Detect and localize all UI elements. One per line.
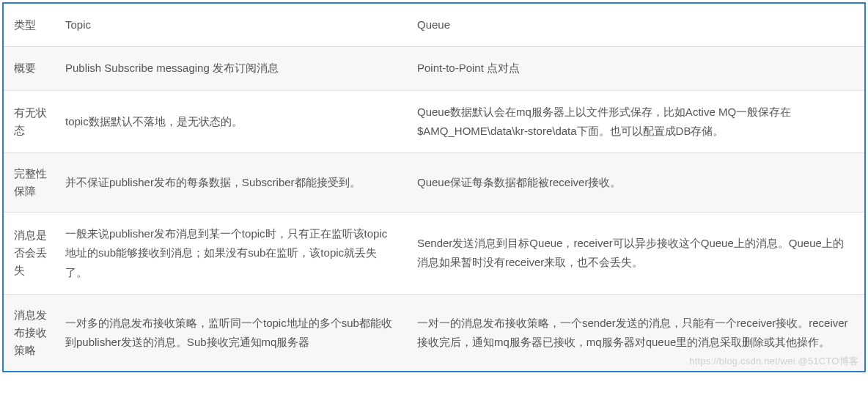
- cell-topic: Publish Subscribe messaging 发布订阅消息: [55, 47, 407, 90]
- cell-queue: Point-to-Point 点对点: [407, 47, 864, 90]
- cell-topic: 一对多的消息发布接收策略，监听同一个topic地址的多个sub都能收到publi…: [55, 294, 407, 371]
- cell-topic: topic数据默认不落地，是无状态的。: [55, 90, 407, 153]
- row-label: 消息是否会丢失: [4, 213, 55, 295]
- cell-topic: 并不保证publisher发布的每条数据，Subscriber都能接受到。: [55, 153, 407, 213]
- table-header-row: 类型 Topic Queue: [4, 4, 864, 47]
- comparison-table: 类型 Topic Queue 概要 Publish Subscribe mess…: [4, 4, 864, 371]
- row-label: 完整性保障: [4, 153, 55, 213]
- header-queue: Queue: [407, 4, 864, 47]
- cell-topic: 一般来说publisher发布消息到某一个topic时，只有正在监听该topic…: [55, 213, 407, 295]
- table-row: 消息是否会丢失 一般来说publisher发布消息到某一个topic时，只有正在…: [4, 213, 864, 295]
- table-row: 完整性保障 并不保证publisher发布的每条数据，Subscriber都能接…: [4, 153, 864, 213]
- row-label: 概要: [4, 47, 55, 90]
- cell-queue: Sender发送消息到目标Queue，receiver可以异步接收这个Queue…: [407, 213, 864, 295]
- row-label: 有无状态: [4, 90, 55, 153]
- cell-queue: Queue数据默认会在mq服务器上以文件形式保存，比如Active MQ一般保存…: [407, 90, 864, 153]
- table-row: 有无状态 topic数据默认不落地，是无状态的。 Queue数据默认会在mq服务…: [4, 90, 864, 153]
- row-label: 消息发布接收策略: [4, 294, 55, 371]
- cell-queue: Queue保证每条数据都能被receiver接收。: [407, 153, 864, 213]
- table-row: 消息发布接收策略 一对多的消息发布接收策略，监听同一个topic地址的多个sub…: [4, 294, 864, 371]
- cell-queue: 一对一的消息发布接收策略，一个sender发送的消息，只能有一个receiver…: [407, 294, 864, 371]
- table-frame: 类型 Topic Queue 概要 Publish Subscribe mess…: [2, 2, 866, 372]
- table-row: 概要 Publish Subscribe messaging 发布订阅消息 Po…: [4, 47, 864, 90]
- header-type: 类型: [4, 4, 55, 47]
- header-topic: Topic: [55, 4, 407, 47]
